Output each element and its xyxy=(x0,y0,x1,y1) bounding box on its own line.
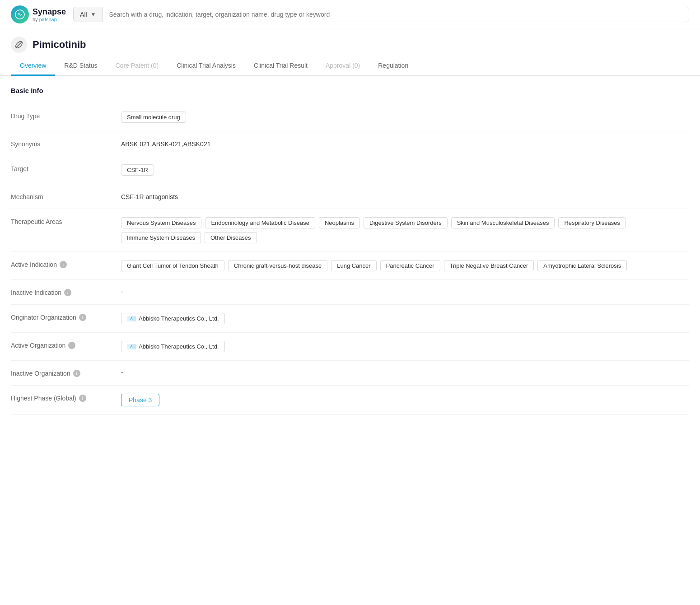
value-active-indication: Giant Cell Tumor of Tendon Sheath Chroni… xyxy=(121,260,689,271)
row-active-indication: Active Indication i Giant Cell Tumor of … xyxy=(11,252,689,280)
tag-als[interactable]: Amyotrophic Lateral Sclerosis xyxy=(537,260,627,271)
row-active-org: Active Organization i A Abbisko Therapeu… xyxy=(11,333,689,361)
label-highest-phase: Highest Phase (Global) i xyxy=(11,394,110,402)
tag-csf1r[interactable]: CSF-1R xyxy=(121,164,154,176)
tag-nervous-system[interactable]: Nervous System Diseases xyxy=(121,217,201,228)
label-active-indication: Active Indication i xyxy=(11,260,110,268)
info-icon-inactive-indication[interactable]: i xyxy=(64,289,71,296)
value-originator-org: A Abbisko Therapeutics Co., Ltd. xyxy=(121,313,689,324)
tag-immune[interactable]: Immune System Diseases xyxy=(121,232,201,243)
tag-digestive[interactable]: Digestive System Disorders xyxy=(364,217,448,228)
label-therapeutic-areas: Therapeutic Areas xyxy=(11,217,110,225)
chevron-down-icon: ▼ xyxy=(91,11,96,18)
search-area[interactable]: All ▼ xyxy=(73,7,689,22)
value-synonyms: ABSK 021,ABSK-021,ABSK021 xyxy=(121,140,689,148)
value-mechanism: CSF-1R antagonists xyxy=(121,192,689,200)
tag-other-diseases[interactable]: Other Diseases xyxy=(205,232,257,243)
tag-abbisko-originator[interactable]: A Abbisko Therapeutics Co., Ltd. xyxy=(121,313,225,324)
row-synonyms: Synonyms ABSK 021,ABSK-021,ABSK021 xyxy=(11,131,689,156)
row-target: Target CSF-1R xyxy=(11,156,689,184)
tag-neoplasms[interactable]: Neoplasms xyxy=(319,217,360,228)
tag-cgvhd[interactable]: Chronic graft-versus-host disease xyxy=(228,260,327,271)
search-input[interactable] xyxy=(103,7,689,22)
row-originator-org: Originator Organization i A Abbisko Ther… xyxy=(11,305,689,333)
header: Synapse by patsnap All ▼ xyxy=(0,0,700,29)
logo-text: Synapse by patsnap xyxy=(33,7,66,22)
inactive-org-dash: - xyxy=(121,369,123,376)
drug-icon xyxy=(11,37,27,53)
tab-regulation[interactable]: Regulation xyxy=(369,56,417,76)
row-mechanism: Mechanism CSF-1R antagonists xyxy=(11,184,689,209)
label-inactive-indication: Inactive Indication i xyxy=(11,288,110,296)
label-synonyms: Synonyms xyxy=(11,140,110,148)
abbisko-logo-originator: A xyxy=(127,316,136,321)
tag-skin-musculoskeletal[interactable]: Skin and Musculoskeletal Diseases xyxy=(451,217,555,228)
abbisko-name-active: Abbisko Therapeutics Co., Ltd. xyxy=(139,343,219,350)
row-drug-type: Drug Type Small molecule drug xyxy=(11,103,689,131)
tag-lung-cancer[interactable]: Lung Cancer xyxy=(331,260,376,271)
value-highest-phase: Phase 3 xyxy=(121,394,689,406)
label-mechanism: Mechanism xyxy=(11,192,110,200)
logo-icon xyxy=(11,5,29,23)
drug-name: Pimicotinib xyxy=(33,39,86,51)
value-active-org: A Abbisko Therapeutics Co., Ltd. xyxy=(121,341,689,352)
tag-tnbc[interactable]: Triple Negative Breast Cancer xyxy=(444,260,534,271)
tab-rd-status[interactable]: R&D Status xyxy=(55,56,106,76)
info-icon-originator-org[interactable]: i xyxy=(79,314,86,321)
row-highest-phase: Highest Phase (Global) i Phase 3 xyxy=(11,386,689,415)
value-drug-type: Small molecule drug xyxy=(121,112,689,123)
tag-small-molecule: Small molecule drug xyxy=(121,112,186,123)
tag-pancreatic-cancer[interactable]: Pancreatic Cancer xyxy=(380,260,440,271)
abbisko-logo-active: A xyxy=(127,344,136,349)
value-inactive-indication: - xyxy=(121,288,689,295)
row-therapeutic-areas: Therapeutic Areas Nervous System Disease… xyxy=(11,209,689,252)
tab-clinical-trial-result[interactable]: Clinical Trial Result xyxy=(245,56,317,76)
tab-core-patent: Core Patent (0) xyxy=(107,56,168,76)
tag-respiratory[interactable]: Respiratory Diseases xyxy=(558,217,626,228)
inactive-indication-dash: - xyxy=(121,288,123,295)
value-target: CSF-1R xyxy=(121,164,689,176)
label-inactive-org: Inactive Organization i xyxy=(11,369,110,377)
tag-abbisko-active[interactable]: A Abbisko Therapeutics Co., Ltd. xyxy=(121,341,225,352)
info-icon-active-org[interactable]: i xyxy=(68,342,75,349)
mechanism-text: CSF-1R antagonists xyxy=(121,192,178,200)
logo-name: Synapse xyxy=(33,7,66,17)
tag-gctts[interactable]: Giant Cell Tumor of Tendon Sheath xyxy=(121,260,224,271)
value-inactive-org: - xyxy=(121,369,689,376)
tag-endocrinology[interactable]: Endocrinology and Metabolic Disease xyxy=(205,217,315,228)
tab-approval: Approval (0) xyxy=(317,56,369,76)
row-inactive-indication: Inactive Indication i - xyxy=(11,280,689,305)
abbisko-name-originator: Abbisko Therapeutics Co., Ltd. xyxy=(139,315,219,322)
search-dropdown[interactable]: All ▼ xyxy=(74,7,103,22)
info-icon-inactive-org[interactable]: i xyxy=(73,370,80,377)
logo-area: Synapse by patsnap xyxy=(11,5,66,23)
synonyms-text: ABSK 021,ABSK-021,ABSK021 xyxy=(121,140,210,148)
drug-title-bar: Pimicotinib xyxy=(0,29,700,53)
tab-clinical-trial-analysis[interactable]: Clinical Trial Analysis xyxy=(168,56,245,76)
label-originator-org: Originator Organization i xyxy=(11,313,110,321)
search-dropdown-value: All xyxy=(80,11,87,18)
row-inactive-org: Inactive Organization i - xyxy=(11,361,689,386)
svg-line-2 xyxy=(16,42,22,47)
content-area: Basic Info Drug Type Small molecule drug… xyxy=(0,76,700,426)
label-active-org: Active Organization i xyxy=(11,341,110,349)
nav-tabs: Overview R&D Status Core Patent (0) Clin… xyxy=(0,56,700,76)
tab-overview[interactable]: Overview xyxy=(11,56,55,76)
logo-sub: by patsnap xyxy=(33,17,66,22)
label-target: Target xyxy=(11,164,110,172)
phase-badge[interactable]: Phase 3 xyxy=(121,394,159,406)
value-therapeutic-areas: Nervous System Diseases Endocrinology an… xyxy=(121,217,689,243)
info-icon-active-indication[interactable]: i xyxy=(60,261,67,268)
info-icon-highest-phase[interactable]: i xyxy=(79,395,86,402)
label-drug-type: Drug Type xyxy=(11,112,110,120)
section-title: Basic Info xyxy=(11,87,689,94)
